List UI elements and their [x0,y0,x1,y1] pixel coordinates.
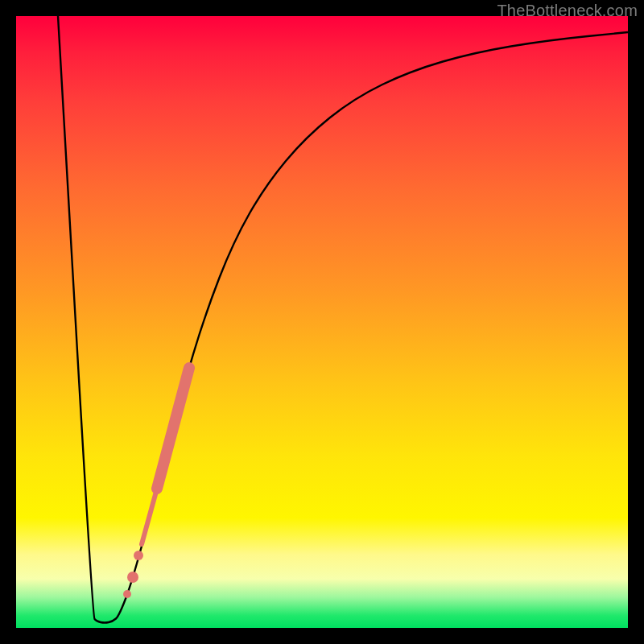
plot-area [16,16,628,628]
marker-thin-segment [142,489,157,544]
marker-thick-segment [157,368,189,489]
curve-layer [16,16,628,628]
marker-layer [123,368,189,598]
marker-dot [127,572,138,583]
watermark-text: TheBottleneck.com [497,2,638,20]
marker-dot [134,551,143,560]
chart-frame: TheBottleneck.com [0,0,644,644]
marker-dot [123,590,131,598]
